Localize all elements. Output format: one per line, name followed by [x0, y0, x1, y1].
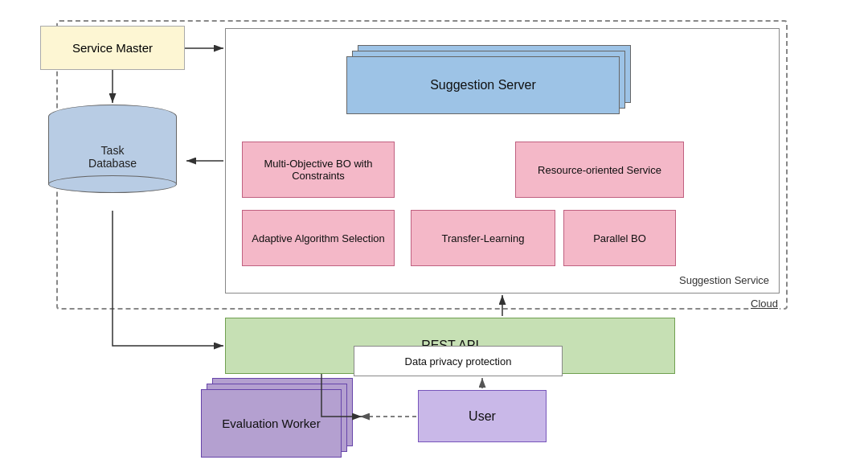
user-box: User — [418, 390, 547, 442]
cylinder-bottom — [48, 175, 177, 193]
suggestion-service-label: Suggestion Service — [679, 274, 769, 286]
suggestion-server-stack: Suggestion Server — [346, 45, 628, 117]
suggestion-server-label: Suggestion Server — [430, 78, 536, 92]
transfer-label: Transfer-Learning — [442, 232, 525, 244]
cloud-label: Cloud — [749, 298, 780, 310]
eval-front: Evaluation Worker — [201, 389, 342, 458]
suggestion-service-box: Suggestion Server Multi-Objective BO wit… — [225, 28, 780, 294]
diagram-container: Cloud Service Master Task Database Sugge… — [8, 8, 860, 460]
data-privacy-box: Data privacy protection — [354, 346, 563, 376]
mobo-label: Multi-Objective BO with Constraints — [248, 158, 389, 182]
adaptive-box: Adaptive Algorithm Selection — [242, 210, 395, 266]
suggestion-server-front: Suggestion Server — [346, 56, 620, 114]
task-database-cylinder: Task Database — [48, 105, 177, 193]
resource-label: Resource-oriented Service — [538, 164, 661, 176]
service-master-label: Service Master — [72, 41, 153, 55]
parallel-label: Parallel BO — [593, 232, 646, 244]
eval-worker-stack: Evaluation Worker — [201, 378, 362, 458]
eval-worker-label: Evaluation Worker — [222, 417, 320, 430]
resource-box: Resource-oriented Service — [515, 142, 684, 198]
task-database-label: Task Database — [80, 144, 145, 170]
adaptive-label: Adaptive Algorithm Selection — [252, 232, 384, 244]
task-database-container: Task Database — [48, 105, 185, 209]
transfer-box: Transfer-Learning — [411, 210, 555, 266]
data-privacy-label: Data privacy protection — [405, 355, 512, 367]
mobo-box: Multi-Objective BO with Constraints — [242, 142, 395, 198]
parallel-box: Parallel BO — [563, 210, 676, 266]
service-master-box: Service Master — [40, 26, 185, 70]
user-label: User — [469, 409, 496, 424]
